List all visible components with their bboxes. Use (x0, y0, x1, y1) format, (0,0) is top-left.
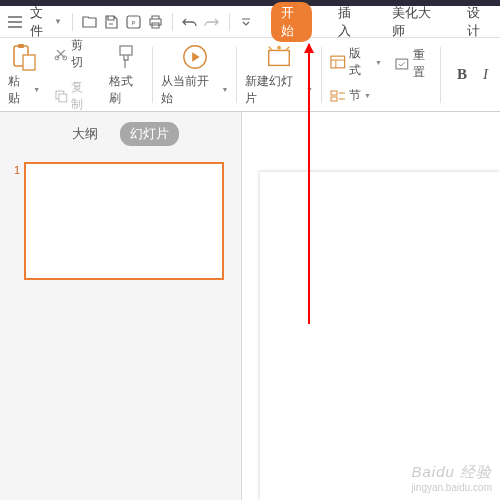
undo-icon[interactable] (181, 12, 199, 32)
cut-label: 剪切 (71, 37, 95, 71)
slide-thumbnail-1[interactable]: 1 (14, 162, 227, 280)
from-current-group[interactable]: 从当前开始▼ (153, 42, 237, 107)
annotation-arrow (308, 44, 310, 324)
copy-button[interactable]: 复制 (54, 77, 94, 115)
panel-tabs: 大纲 幻灯片 (0, 112, 241, 154)
watermark-url: jingyan.baidu.com (411, 481, 492, 494)
slide-panel: 大纲 幻灯片 1 (0, 112, 242, 500)
svg-point-12 (277, 45, 281, 49)
watermark-brand: Baidu 经验 (411, 462, 492, 482)
svg-rect-13 (331, 56, 345, 68)
menubar: 文件 ▼ P 开始 插入 美化大师 设计 (0, 6, 500, 38)
reset-button[interactable]: 重置 (394, 45, 436, 83)
slides-tab[interactable]: 幻灯片 (120, 122, 179, 146)
watermark: Baidu 经验 jingyan.baidu.com (411, 462, 492, 495)
new-slide-label: 新建幻灯片▼ (245, 73, 313, 107)
slide-number: 1 (14, 164, 20, 176)
format-painter-label: 格式刷 (109, 73, 144, 107)
tab-beautify[interactable]: 美化大师 (384, 2, 441, 42)
format-painter-group[interactable]: 格式刷 (101, 42, 152, 107)
play-icon (181, 43, 209, 71)
outline-tab[interactable]: 大纲 (62, 122, 108, 146)
svg-rect-3 (18, 44, 24, 48)
clipboard-small-group: 剪切 复制 (48, 42, 100, 107)
paste-group[interactable]: 粘贴▼ (0, 42, 48, 107)
tab-design[interactable]: 设计 (459, 2, 496, 42)
tab-insert[interactable]: 插入 (330, 2, 367, 42)
file-menu-label: 文件 (30, 4, 52, 40)
reset-label: 重置 (413, 47, 437, 81)
svg-rect-11 (269, 50, 290, 65)
layout-label: 版式 (349, 45, 372, 79)
print-icon[interactable] (146, 12, 164, 32)
hamburger-icon[interactable] (6, 12, 24, 32)
thumbnail-preview (24, 162, 224, 280)
customize-toolbar-icon[interactable] (238, 12, 256, 32)
new-slide-icon (265, 43, 293, 71)
section-button[interactable]: 节▼ (330, 85, 382, 106)
layout-section-group: 版式▼ 节▼ (322, 42, 390, 107)
italic-button[interactable]: I (477, 66, 494, 83)
save-icon[interactable] (103, 12, 121, 32)
thumbnails-area: 1 (0, 154, 241, 288)
ribbon: 粘贴▼ 剪切 复制 格式刷 从当前开始▼ 新建幻灯片▼ (0, 38, 500, 112)
copy-label: 复制 (71, 79, 95, 113)
svg-rect-16 (396, 59, 408, 69)
open-folder-icon[interactable] (81, 12, 99, 32)
separator (229, 13, 230, 31)
canvas-area (242, 112, 500, 500)
export-pdf-icon[interactable]: P (124, 12, 142, 32)
svg-rect-14 (331, 91, 337, 95)
font-style-group: B I (441, 42, 500, 107)
separator (172, 13, 173, 31)
section-label: 节 (349, 87, 361, 104)
svg-rect-8 (59, 94, 67, 102)
paste-icon (10, 43, 38, 71)
reset-group: 重置 (390, 42, 440, 107)
redo-icon[interactable] (203, 12, 221, 32)
paste-label: 粘贴▼ (8, 73, 40, 107)
format-painter-icon (112, 43, 140, 71)
chevron-down-icon: ▼ (54, 17, 62, 26)
separator (72, 13, 73, 31)
workspace: 大纲 幻灯片 1 (0, 112, 500, 500)
svg-rect-4 (23, 55, 35, 70)
svg-rect-15 (331, 97, 337, 101)
svg-text:P: P (131, 20, 135, 26)
ribbon-tabs: 开始 插入 美化大师 设计 (271, 2, 496, 42)
layout-button[interactable]: 版式▼ (330, 43, 382, 81)
from-current-label: 从当前开始▼ (161, 73, 229, 107)
bold-button[interactable]: B (451, 66, 473, 83)
svg-rect-9 (120, 46, 132, 55)
tab-start[interactable]: 开始 (271, 2, 312, 42)
cut-button[interactable]: 剪切 (54, 35, 94, 73)
slide-canvas[interactable] (260, 172, 500, 500)
